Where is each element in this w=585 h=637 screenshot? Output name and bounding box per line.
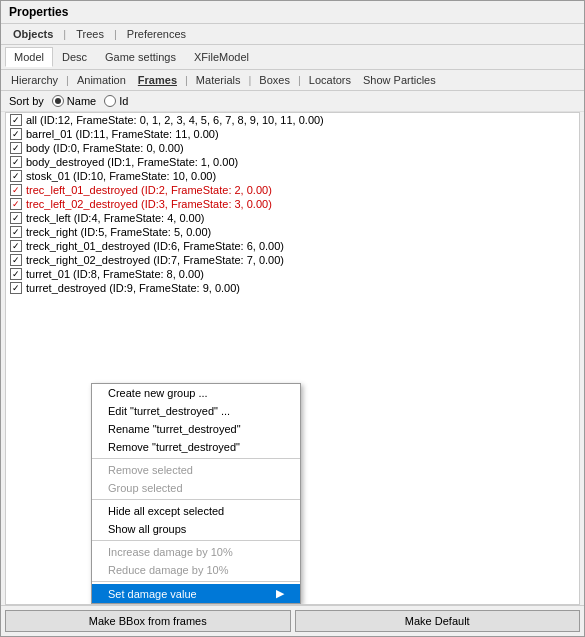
title-bar: Properties [1,1,584,24]
item-text: trec_left_02_destroyed (ID:3, FrameState… [26,198,272,210]
context-menu: Create new group ... Edit "turret_destro… [91,383,301,604]
item-text: body_destroyed (ID:1, FrameState: 1, 0.0… [26,156,238,168]
tab-animation[interactable]: Animation [71,72,132,88]
item-checkbox[interactable] [10,226,22,238]
ctx-hide-all-except[interactable]: Hide all except selected [92,502,300,520]
ctx-show-all-groups[interactable]: Show all groups [92,520,300,538]
tab-objects[interactable]: Objects [5,26,61,42]
window-title: Properties [9,5,68,19]
properties-window: Properties Objects | Trees | Preferences… [0,0,585,637]
make-default-button[interactable]: Make Default [295,610,581,632]
list-item[interactable]: body (ID:0, FrameState: 0, 0.00) [6,141,579,155]
list-item[interactable]: treck_right_01_destroyed (ID:6, FrameSta… [6,239,579,253]
sort-name-label: Name [67,95,96,107]
item-checkbox[interactable] [10,198,22,210]
tab-desc[interactable]: Desc [53,47,96,67]
ctx-reduce-damage: Reduce damage by 10% [92,561,300,579]
make-bbox-button[interactable]: Make BBox from frames [5,610,291,632]
tab-boxes[interactable]: Boxes [253,72,296,88]
list-item[interactable]: treck_left (ID:4, FrameState: 4, 0.00) [6,211,579,225]
item-checkbox[interactable] [10,128,22,140]
item-checkbox[interactable] [10,268,22,280]
item-text: treck_right_01_destroyed (ID:6, FrameSta… [26,240,284,252]
item-text: treck_right (ID:5, FrameState: 5, 0.00) [26,226,211,238]
list-item[interactable]: trec_left_02_destroyed (ID:3, FrameState… [6,197,579,211]
sort-id-radio[interactable] [104,95,116,107]
sort-id-option[interactable]: Id [104,95,128,107]
tab-show-particles[interactable]: Show Particles [357,72,442,88]
ctx-sep2 [92,499,300,500]
ctx-sep3 [92,540,300,541]
item-text: treck_left (ID:4, FrameState: 4, 0.00) [26,212,205,224]
list-item[interactable]: treck_right_02_destroyed (ID:7, FrameSta… [6,253,579,267]
item-text: barrel_01 (ID:11, FrameState: 11, 0.00) [26,128,219,140]
item-checkbox[interactable] [10,156,22,168]
tab-hierarchy[interactable]: Hierarchy [5,72,64,88]
item-text: turret_destroyed (ID:9, FrameState: 9, 0… [26,282,240,294]
ctx-remove-turret[interactable]: Remove "turret_destroyed" [92,438,300,456]
item-checkbox[interactable] [10,240,22,252]
item-text: body (ID:0, FrameState: 0, 0.00) [26,142,184,154]
ctx-increase-damage: Increase damage by 10% [92,543,300,561]
item-text: all (ID:12, FrameState: 0, 1, 2, 3, 4, 5… [26,114,324,126]
sep1: | [63,28,66,40]
ctx-rename-turret[interactable]: Rename "turret_destroyed" [92,420,300,438]
ctx-submenu-arrow: ▶ [276,587,284,600]
item-text: turret_01 (ID:8, FrameState: 8, 0.00) [26,268,204,280]
item-checkbox[interactable] [10,282,22,294]
list-item[interactable]: turret_destroyed (ID:9, FrameState: 9, 0… [6,281,579,295]
list-item[interactable]: barrel_01 (ID:11, FrameState: 11, 0.00) [6,127,579,141]
list-item[interactable]: turret_01 (ID:8, FrameState: 8, 0.00) [6,267,579,281]
item-text: stosk_01 (ID:10, FrameState: 10, 0.00) [26,170,216,182]
tab-game-settings[interactable]: Game settings [96,47,185,67]
ctx-group-selected: Group selected [92,479,300,497]
ctx-remove-selected: Remove selected [92,461,300,479]
tab-trees[interactable]: Trees [68,26,112,42]
sep2: | [114,28,117,40]
sort-id-label: Id [119,95,128,107]
ctx-edit-turret[interactable]: Edit "turret_destroyed" ... [92,402,300,420]
model-tab-row: Model Desc Game settings XFileModel [1,45,584,70]
tab-model[interactable]: Model [5,47,53,67]
sort-name-option[interactable]: Name [52,95,96,107]
top-tab-row: Objects | Trees | Preferences [1,24,584,45]
ctx-sep1 [92,458,300,459]
tab-locators[interactable]: Locators [303,72,357,88]
tab-materials[interactable]: Materials [190,72,247,88]
item-checkbox[interactable] [10,254,22,266]
tab-xfilemodel[interactable]: XFileModel [185,47,258,67]
bottom-buttons: Make BBox from frames Make Default [1,605,584,636]
list-item[interactable]: stosk_01 (ID:10, FrameState: 10, 0.00) [6,169,579,183]
sort-name-radio[interactable] [52,95,64,107]
item-checkbox[interactable] [10,114,22,126]
ctx-sep4 [92,581,300,582]
sort-radio-group: Name Id [52,95,129,107]
ctx-set-damage[interactable]: Set damage value ▶ [92,584,300,603]
frames-tab-row: Hierarchy | Animation Frames | Materials… [1,70,584,91]
list-item[interactable]: all (ID:12, FrameState: 0, 1, 2, 3, 4, 5… [6,113,579,127]
ctx-create-new-group[interactable]: Create new group ... [92,384,300,402]
tab-preferences[interactable]: Preferences [119,26,194,42]
tab-frames[interactable]: Frames [132,72,183,88]
item-checkbox[interactable] [10,212,22,224]
list-item[interactable]: body_destroyed (ID:1, FrameState: 1, 0.0… [6,155,579,169]
ctx-set-damage-label: Set damage value [108,588,197,600]
sort-row: Sort by Name Id [1,91,584,112]
frames-list[interactable]: all (ID:12, FrameState: 0, 1, 2, 3, 4, 5… [5,112,580,605]
item-checkbox[interactable] [10,184,22,196]
list-item[interactable]: treck_right (ID:5, FrameState: 5, 0.00) [6,225,579,239]
item-text: trec_left_01_destroyed (ID:2, FrameState… [26,184,272,196]
item-checkbox[interactable] [10,170,22,182]
list-item[interactable]: trec_left_01_destroyed (ID:2, FrameState… [6,183,579,197]
item-text: treck_right_02_destroyed (ID:7, FrameSta… [26,254,284,266]
item-checkbox[interactable] [10,142,22,154]
sort-label: Sort by [9,95,44,107]
